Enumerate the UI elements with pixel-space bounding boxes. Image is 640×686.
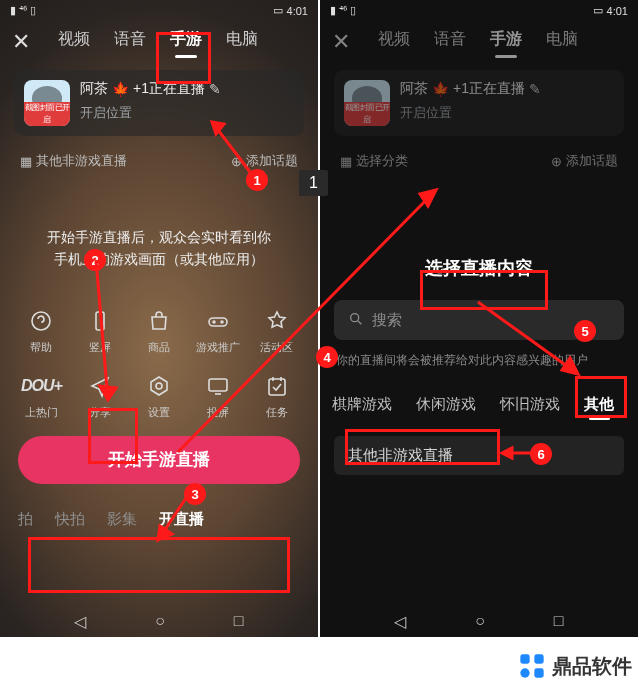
activity-button[interactable]: 活动区 — [251, 308, 303, 355]
cat-other[interactable]: 其他 — [584, 395, 614, 414]
svg-rect-7 — [209, 379, 227, 391]
badge-4: 4 — [316, 346, 338, 368]
category-tabs: 棋牌游戏 休闲游戏 怀旧游戏 其他 — [320, 395, 638, 414]
bnav-shoot[interactable]: 拍 — [18, 510, 33, 529]
avatar-b: 截图封面已开启 — [344, 80, 390, 126]
status-bar-b: ▮ ⁴⁶ ▯ ▭4:01 — [320, 0, 638, 19]
tab-pc-b[interactable]: 电脑 — [544, 27, 580, 56]
cat-casual[interactable]: 休闲游戏 — [416, 395, 476, 414]
watermark: 鼎品软件 — [518, 652, 632, 680]
select-content-title: 选择直播内容 — [320, 256, 638, 280]
search-placeholder: 搜索 — [372, 311, 402, 330]
status-left: ▮ ⁴⁶ ▯ — [10, 4, 36, 17]
system-nav: ◁ ○ □ — [0, 604, 318, 637]
svg-rect-8 — [269, 379, 285, 395]
orientation-button[interactable]: 竖屏 — [74, 308, 126, 355]
other-nongame-live[interactable]: 其他非游戏直播 — [334, 436, 624, 475]
tab-voice-b[interactable]: 语音 — [432, 27, 468, 56]
dou-button[interactable]: DOU+上热门 — [15, 373, 67, 420]
user-card[interactable]: 截图封面已开启 阿茶 🍁 +1正在直播 ✎ 开启位置 — [14, 70, 304, 136]
tab-video[interactable]: 视频 — [56, 27, 92, 56]
chip-add-topic-b[interactable]: ⊕ 添加话题 — [551, 152, 618, 170]
system-nav-b: ◁ ○ □ — [320, 604, 638, 637]
close-icon[interactable]: ✕ — [12, 29, 30, 55]
edit-icon[interactable]: ✎ — [209, 81, 221, 97]
badge-2: 2 — [84, 249, 106, 271]
action-row-1: 帮助 竖屏 商品 游戏推广 活动区 — [12, 308, 306, 355]
step-number-overlay: 1 — [299, 170, 328, 196]
badge-5: 5 — [574, 320, 596, 342]
phone-left: ▮ ⁴⁶ ▯ ▭4:01 ✕ 视频 语音 手游 电脑 截图封面已开启 阿茶 � — [0, 0, 318, 637]
badge-3: 3 — [184, 483, 206, 505]
svg-point-24 — [520, 668, 529, 677]
search-icon — [348, 311, 364, 330]
help-button[interactable]: 帮助 — [15, 308, 67, 355]
cat-retro[interactable]: 怀旧游戏 — [500, 395, 560, 414]
location-toggle[interactable]: 开启位置 — [80, 104, 221, 122]
avatar-caption-b: 截图封面已开启 — [344, 102, 390, 126]
bottom-nav: 拍 快拍 影集 开直播 — [0, 500, 318, 539]
battery-icon: ▭ — [273, 4, 283, 17]
svg-rect-23 — [534, 654, 543, 663]
avatar-caption: 截图封面已开启 — [24, 102, 70, 126]
battery-icon: ▭ — [593, 4, 603, 17]
search-hint: 你的直播间将会被推荐给对此内容感兴趣的用户 — [336, 352, 622, 369]
cat-board[interactable]: 棋牌游戏 — [332, 395, 392, 414]
badge-1: 1 — [246, 169, 268, 191]
back-icon-b[interactable]: ◁ — [394, 612, 406, 631]
bnav-live[interactable]: 开直播 — [159, 510, 204, 529]
home-icon[interactable]: ○ — [155, 612, 165, 631]
svg-point-3 — [213, 321, 215, 323]
tasks-button[interactable]: 任务 — [251, 373, 303, 420]
user-card-b: 截图封面已开启 阿茶 🍁 +1正在直播 ✎ 开启位置 — [334, 70, 624, 136]
svg-rect-22 — [520, 654, 529, 663]
home-icon-b[interactable]: ○ — [475, 612, 485, 631]
chip-other-nongame[interactable]: ▦ 其他非游戏直播 — [20, 152, 127, 170]
tab-game-b[interactable]: 手游 — [488, 27, 524, 56]
recent-icon-b[interactable]: □ — [554, 612, 564, 631]
tab-voice[interactable]: 语音 — [112, 27, 148, 56]
svg-point-4 — [221, 321, 223, 323]
share-button[interactable]: 分享 — [74, 373, 126, 420]
promo-button[interactable]: 游戏推广 — [192, 308, 244, 355]
user-name: 阿茶 — [80, 80, 108, 98]
settings-button[interactable]: 设置 — [133, 373, 185, 420]
chip-add-topic[interactable]: ⊕ 添加话题 — [231, 152, 298, 170]
cast-button[interactable]: 投屏 — [192, 373, 244, 420]
status-time: 4:01 — [287, 5, 308, 17]
status-time-b: 4:01 — [607, 5, 628, 17]
svg-point-0 — [32, 312, 50, 330]
chips-row-a: ▦ 其他非游戏直播 ⊕ 添加话题 — [20, 152, 298, 170]
chips-row-b: ▦ 选择分类 ⊕ 添加话题 — [340, 152, 618, 170]
goods-button[interactable]: 商品 — [133, 308, 185, 355]
status-bar: ▮ ⁴⁶ ▯ ▭4:01 — [0, 0, 318, 19]
svg-rect-2 — [209, 318, 227, 326]
status-left: ▮ ⁴⁶ ▯ — [330, 4, 356, 17]
avatar[interactable]: 截图封面已开启 — [24, 80, 70, 126]
tab-game[interactable]: 手游 — [168, 27, 204, 56]
bnav-quick[interactable]: 快拍 — [55, 510, 85, 529]
top-tabs-b: ✕ 视频 语音 手游 电脑 — [320, 19, 638, 64]
recent-icon[interactable]: □ — [234, 612, 244, 631]
watermark-icon — [518, 652, 546, 680]
close-icon-b[interactable]: ✕ — [332, 29, 350, 55]
description-text: 开始手游直播后，观众会实时看到你 手机上的游戏画面（或其他应用） — [0, 226, 318, 270]
svg-rect-1 — [96, 312, 104, 330]
action-row-2: DOU+上热门 分享 设置 投屏 任务 — [12, 373, 306, 420]
tab-video-b[interactable]: 视频 — [376, 27, 412, 56]
chip-select-category[interactable]: ▦ 选择分类 — [340, 152, 408, 170]
start-live-button[interactable]: 开始手游直播 — [18, 436, 300, 484]
watermark-text: 鼎品软件 — [552, 653, 632, 680]
phone-right: ▮ ⁴⁶ ▯ ▭4:01 ✕ 视频 语音 手游 电脑 截图封面已开启 阿茶 � — [320, 0, 638, 637]
leaf-icon: 🍁 — [112, 81, 129, 97]
svg-point-6 — [156, 383, 162, 389]
svg-rect-25 — [534, 668, 543, 677]
tab-pc[interactable]: 电脑 — [224, 27, 260, 56]
live-suffix: +1正在直播 — [133, 80, 205, 98]
svg-marker-5 — [151, 377, 167, 395]
svg-point-9 — [351, 313, 359, 321]
top-tabs: ✕ 视频 语音 手游 电脑 — [0, 19, 318, 64]
back-icon[interactable]: ◁ — [74, 612, 86, 631]
badge-6: 6 — [530, 443, 552, 465]
bnav-album[interactable]: 影集 — [107, 510, 137, 529]
